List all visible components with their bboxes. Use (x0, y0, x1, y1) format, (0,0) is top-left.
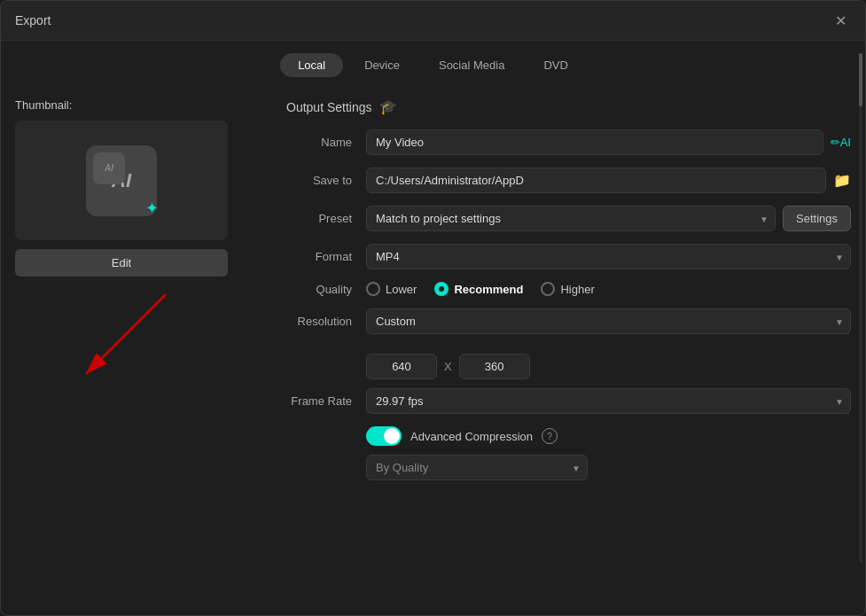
graduation-cap-icon: 🎓 (379, 98, 397, 115)
dimension-inputs: X (366, 354, 851, 379)
tab-social-media[interactable]: Social Media (421, 53, 522, 77)
advanced-compression-label: Advanced Compression (410, 430, 533, 443)
content-area: Thumbnail: AI AI ✦ Edit (1, 90, 865, 615)
svg-line-1 (86, 294, 166, 374)
small-ai-icon: AI (93, 152, 125, 184)
quality-lower-radio[interactable] (366, 282, 380, 296)
resolution-row: Resolution Custom ▼ (286, 308, 851, 334)
arrow-svg (15, 285, 228, 392)
save-to-input[interactable] (366, 168, 826, 193)
thumbnail-preview: AI AI ✦ (15, 121, 228, 240)
right-panel: Output Settings 🎓 Name ✏AI Save to 📁 Pre… (286, 98, 851, 601)
edit-button[interactable]: Edit (15, 249, 228, 277)
output-settings-title: Output Settings (286, 100, 372, 114)
frame-rate-row: Frame Rate 29.97 fps ▼ (286, 388, 851, 414)
quality-options: Lower Recommend Higher (366, 282, 595, 296)
folder-icon[interactable]: 📁 (833, 172, 851, 189)
resolution-select-wrapper: Custom ▼ (366, 308, 851, 334)
scrollbar-thumb[interactable] (859, 90, 862, 106)
frame-rate-label: Frame Rate (286, 394, 366, 408)
quality-row: Quality Lower Recommend Higher (286, 282, 851, 296)
name-label: Name (286, 136, 366, 149)
window-title: Export (15, 13, 51, 27)
thumbnail-label: Thumbnail: (15, 98, 272, 112)
advanced-compression-toggle[interactable] (366, 426, 402, 446)
format-select-wrapper: MP4 ▼ (366, 244, 851, 269)
width-input[interactable] (366, 354, 437, 379)
thumbnail-icon: AI AI ✦ (86, 145, 157, 216)
title-bar: Export ✕ (1, 1, 865, 41)
quality-recommend-radio[interactable] (434, 282, 449, 296)
ai-rename-button[interactable]: ✏AI (831, 136, 851, 149)
nav-tabs: Local Device Social Media DVD (1, 41, 865, 90)
settings-button[interactable]: Settings (783, 206, 851, 231)
format-select[interactable]: MP4 (366, 244, 851, 269)
quality-lower-label: Lower (386, 283, 417, 296)
height-input[interactable] (459, 354, 530, 379)
preset-label: Preset (286, 212, 366, 225)
by-quality-select-wrapper: By Quality ▼ (366, 455, 588, 480)
export-window: Export ✕ Local Device Social Media DVD T… (0, 0, 866, 616)
resolution-label: Resolution (286, 315, 366, 328)
format-label: Format (286, 250, 366, 263)
tab-dvd[interactable]: DVD (526, 53, 585, 77)
quality-higher-label: Higher (560, 283, 594, 296)
advanced-compression-row: Advanced Compression ? (366, 426, 851, 446)
quality-higher-option[interactable]: Higher (541, 282, 594, 296)
tab-device[interactable]: Device (347, 53, 417, 77)
scrollbar-track[interactable] (859, 90, 862, 563)
sparkle-icon: ✦ (145, 199, 159, 218)
by-quality-row: By Quality ▼ (366, 455, 851, 480)
name-input[interactable] (366, 129, 823, 155)
quality-recommend-option[interactable]: Recommend (434, 282, 523, 296)
quality-higher-radio[interactable] (541, 282, 555, 296)
format-row: Format MP4 ▼ (286, 244, 851, 269)
help-icon[interactable]: ? (542, 428, 558, 444)
preset-select[interactable]: Match to project settings (366, 206, 776, 231)
quality-recommend-label: Recommend (454, 283, 523, 296)
quality-lower-option[interactable]: Lower (366, 282, 417, 296)
resolution-select[interactable]: Custom (366, 308, 851, 334)
frame-rate-select[interactable]: 29.97 fps (366, 388, 851, 414)
output-settings-header: Output Settings 🎓 (286, 98, 851, 115)
arrow-annotation (15, 285, 228, 392)
preset-row: Preset Match to project settings ▼ Setti… (286, 206, 851, 231)
quality-label: Quality (286, 283, 366, 296)
left-panel: Thumbnail: AI AI ✦ Edit (15, 98, 272, 601)
toggle-knob (384, 428, 400, 444)
name-row: Name ✏AI (286, 129, 851, 155)
save-to-label: Save to (286, 174, 366, 187)
dimension-x-separator: X (444, 360, 452, 373)
preset-select-wrapper: Match to project settings ▼ (366, 206, 776, 231)
close-button[interactable]: ✕ (830, 10, 851, 31)
by-quality-select[interactable]: By Quality (366, 455, 588, 480)
frame-rate-select-wrapper: 29.97 fps ▼ (366, 388, 851, 414)
save-to-row: Save to 📁 (286, 168, 851, 193)
tab-local[interactable]: Local (280, 53, 343, 77)
